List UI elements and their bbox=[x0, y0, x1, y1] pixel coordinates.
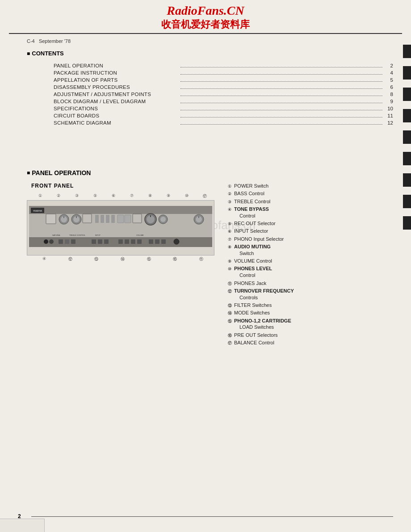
part-num: ⑧ bbox=[228, 244, 234, 250]
contents-page: 6 bbox=[384, 84, 393, 90]
part-name: PHONO Input Selector bbox=[234, 236, 284, 242]
part-item: ⑮ PHONO-1,2 CARTRIDGE LOAD Switches bbox=[228, 318, 393, 331]
part-item: ⑭ MODE Switches bbox=[228, 310, 393, 316]
parts-list: ① POWER Switch ② BASS Control ③ TREBLE C… bbox=[228, 183, 393, 347]
part-name: TREBLE Control bbox=[234, 198, 270, 205]
svg-rect-32 bbox=[71, 239, 75, 244]
num-dots-top: ① ② ③ ⑤ ⑥ ⑦ ⑧ ⑨ ⑩ ⑰ bbox=[27, 193, 219, 200]
contents-page: 12 bbox=[384, 120, 393, 126]
part-name: BASS Control bbox=[234, 190, 264, 197]
contents-page: 10 bbox=[384, 106, 393, 111]
contents-row: ADJUSTMENT / ADJUSTMENT POINTS 8 bbox=[54, 92, 393, 97]
svg-rect-40 bbox=[149, 239, 153, 244]
svg-rect-17 bbox=[117, 215, 124, 223]
svg-point-43 bbox=[174, 239, 179, 244]
contents-dots bbox=[180, 103, 382, 103]
part-name: PRE OUT Selectors bbox=[234, 332, 278, 338]
panel-operation-section: PANEL OPERATION www.radiofans.cn FRONT P… bbox=[27, 169, 393, 347]
part-num: ⑫ bbox=[228, 289, 234, 294]
header-section: RadioFans.CN 收音机爱好者资料库 bbox=[0, 0, 411, 33]
part-item: ⑧ AUDIO MUTING Switch bbox=[228, 243, 393, 256]
part-item: ⑯ PRE OUT Selectors bbox=[228, 332, 393, 338]
contents-row: PANEL OPERATION 2 bbox=[54, 63, 393, 68]
part-name: FILTER Switches bbox=[234, 302, 272, 308]
part-item: ① POWER Switch bbox=[228, 183, 393, 189]
contents-row: BLOCK DIAGRAM / LEVEL DIAGRAM 9 bbox=[54, 99, 393, 104]
contents-label: SPECIFICATIONS bbox=[54, 106, 179, 111]
front-panel-side: FRONT PANEL ① ② ③ ⑤ ⑥ ⑦ ⑧ ⑨ ⑩ ⑰ bbox=[27, 183, 219, 263]
site-title: RadioFans.CN bbox=[0, 4, 411, 18]
part-name: PHONES Jack bbox=[234, 280, 266, 286]
contents-row: CIRCUIT BOARDS 11 bbox=[54, 113, 393, 118]
contents-label: PANEL OPERATION bbox=[54, 63, 179, 68]
part-name: TONE BYPASS Control bbox=[234, 206, 269, 219]
part-item: ⑬ FILTER Switches bbox=[228, 302, 393, 308]
svg-text:TREBLE CONTROL: TREBLE CONTROL bbox=[69, 234, 86, 236]
part-num: ⑮ bbox=[228, 318, 234, 324]
part-name: PHONES LEVEL Control bbox=[234, 265, 272, 278]
diagram-area: FRONT PANEL ① ② ③ ⑤ ⑥ ⑦ ⑧ ⑨ ⑩ ⑰ bbox=[27, 183, 393, 347]
svg-point-29 bbox=[49, 239, 54, 244]
part-num: ⑦ bbox=[228, 237, 234, 242]
bottom-bar: 2 bbox=[18, 513, 393, 519]
part-name: POWER Switch bbox=[234, 183, 268, 189]
part-item: ⑪ PHONES Jack bbox=[228, 280, 393, 286]
contents-dots bbox=[180, 117, 382, 117]
svg-rect-30 bbox=[59, 239, 63, 244]
svg-text:NATURAL: NATURAL bbox=[52, 234, 61, 236]
contents-dots bbox=[180, 110, 382, 110]
contents-label: APPELLATION OF PARTS bbox=[54, 77, 179, 83]
contents-row: PACKAGE INSTRUCTION 4 bbox=[54, 70, 393, 75]
contents-dots bbox=[180, 96, 382, 96]
panel-operation-header: PANEL OPERATION bbox=[27, 169, 393, 176]
svg-rect-36 bbox=[118, 239, 123, 244]
part-item: ⑦ PHONO Input Selector bbox=[228, 236, 393, 242]
contents-dots bbox=[180, 88, 382, 89]
contents-header: CONTENTS bbox=[27, 50, 393, 57]
part-item: ③ TREBLE Control bbox=[228, 198, 393, 205]
part-item: ② BASS Control bbox=[228, 190, 393, 197]
contents-table: PANEL OPERATION 2 PACKAGE INSTRUCTION 4 … bbox=[54, 63, 393, 126]
contents-label: BLOCK DIAGRAM / LEVEL DIAGRAM bbox=[54, 99, 179, 104]
contents-label: SCHEMATIC DIAGRAM bbox=[54, 120, 179, 126]
part-name: VOLUME Control bbox=[234, 258, 272, 264]
page-code: C-4 bbox=[27, 38, 35, 44]
num-dots-bottom: ④ ⑫ ⑬ ⑭ ⑮ ⑯ ⑪ bbox=[27, 256, 219, 263]
footer-fold bbox=[0, 519, 45, 532]
svg-rect-33 bbox=[92, 239, 96, 244]
svg-rect-39 bbox=[137, 239, 142, 244]
part-name: TURNOVER FREQUENCY Controls bbox=[234, 288, 294, 301]
part-item: ④ TONE BYPASS Control bbox=[228, 206, 393, 219]
svg-rect-14 bbox=[101, 215, 104, 223]
svg-rect-41 bbox=[155, 239, 159, 244]
contents-label: CIRCUIT BOARDS bbox=[54, 113, 179, 118]
part-num: ⑤ bbox=[228, 221, 234, 226]
part-item: ⑫ TURNOVER FREQUENCY Controls bbox=[228, 288, 393, 301]
part-item: ⑥ INPUT Selector bbox=[228, 228, 393, 234]
amp-diagram: YAMAHA bbox=[27, 200, 214, 256]
part-num: ⑨ bbox=[228, 259, 234, 264]
contents-label: DISASSEMBLY PROCEDURES bbox=[54, 84, 179, 90]
part-name: REC OUT Selector bbox=[234, 220, 276, 226]
contents-page: 11 bbox=[384, 113, 393, 118]
svg-rect-42 bbox=[161, 239, 166, 244]
contents-row: SPECIFICATIONS 10 bbox=[54, 106, 393, 111]
contents-page: 9 bbox=[384, 99, 393, 104]
svg-rect-12 bbox=[83, 214, 92, 223]
part-num: ⑥ bbox=[228, 229, 234, 234]
front-panel-label: FRONT PANEL bbox=[31, 183, 219, 189]
contents-dots bbox=[180, 67, 382, 67]
part-item: ⑨ VOLUME Control bbox=[228, 258, 393, 264]
part-num: ② bbox=[228, 191, 234, 197]
site-subtitle: 收音机爱好者资料库 bbox=[0, 18, 411, 31]
svg-text:INPUT: INPUT bbox=[95, 234, 101, 236]
part-num: ④ bbox=[228, 207, 234, 212]
contents-label: PACKAGE INSTRUCTION bbox=[54, 70, 179, 75]
bottom-line bbox=[31, 516, 393, 517]
svg-text:YAMAHA: YAMAHA bbox=[33, 209, 42, 212]
part-name: BALANCE Control bbox=[234, 339, 274, 346]
contents-dots bbox=[180, 81, 382, 82]
contents-page: 5 bbox=[384, 77, 393, 83]
svg-rect-1 bbox=[29, 206, 212, 214]
part-item: ⑰ BALANCE Control bbox=[228, 339, 393, 346]
